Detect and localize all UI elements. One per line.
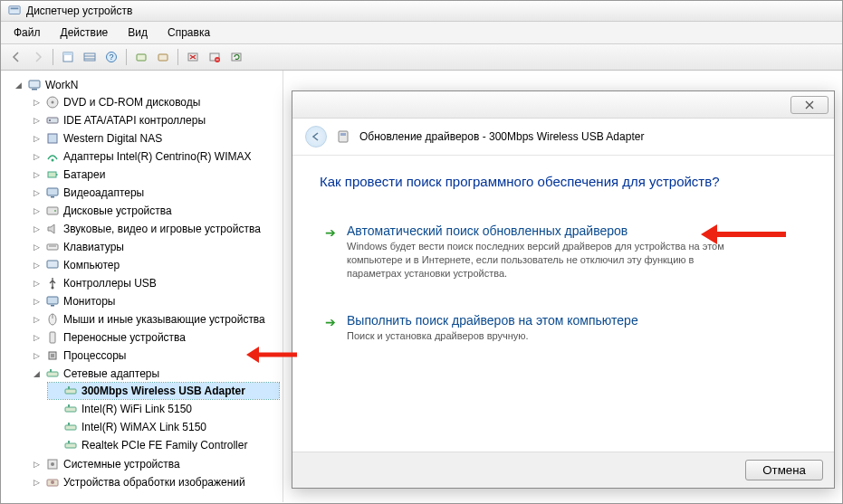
expand-icon[interactable]: ▷ <box>32 98 42 108</box>
svg-rect-44 <box>50 369 52 372</box>
svg-rect-30 <box>47 207 58 214</box>
tree-category[interactable]: ▷ Дисковые устройства <box>30 203 279 219</box>
tree-category[interactable]: ▷ Компьютер <box>30 257 279 273</box>
expand-icon[interactable]: ▷ <box>32 242 42 252</box>
toolbar-scan-icon[interactable] <box>131 47 151 67</box>
toolbar-separator <box>126 49 127 65</box>
expand-icon[interactable]: ▷ <box>32 351 42 361</box>
expand-icon[interactable]: ▷ <box>32 188 42 198</box>
expand-icon[interactable]: ▷ <box>32 134 42 144</box>
expand-icon[interactable]: ▷ <box>32 224 42 234</box>
toolbar-uninstall-icon[interactable] <box>183 47 203 67</box>
toolbar-back-icon[interactable] <box>6 47 26 67</box>
toolbar-forward-icon[interactable] <box>28 47 48 67</box>
svg-rect-19 <box>32 89 37 90</box>
tree-category[interactable]: ▷ Процессоры <box>30 347 279 364</box>
tree-category[interactable]: ▷ Мыши и иные указывающие устройства <box>30 311 279 328</box>
expand-icon[interactable]: ▷ <box>32 297 42 307</box>
svg-rect-42 <box>51 354 54 357</box>
expand-icon[interactable]: ▷ <box>32 460 42 470</box>
tree-category[interactable]: ▷ Видеоадаптеры <box>30 185 279 201</box>
tree-category[interactable]: ◢ Сетевые адаптеры <box>30 366 279 382</box>
tree-item-label: Батареи <box>63 168 105 181</box>
svg-rect-9 <box>137 54 146 61</box>
category-icon <box>45 457 60 471</box>
toolbar-help-icon[interactable]: ? <box>101 47 121 67</box>
expand-icon[interactable]: ▷ <box>32 261 42 271</box>
device-tree[interactable]: ◢ WorkN ▷ DVD и CD-ROM дисководы ▷ IDE A… <box>1 71 283 502</box>
cancel-button[interactable]: Отмена <box>745 460 823 480</box>
tree-item-label: Контроллеры USB <box>63 277 157 290</box>
tree-device[interactable]: Intel(R) WiFi Link 5150 <box>48 401 279 417</box>
toolbar-refresh-icon[interactable] <box>226 47 246 67</box>
expand-icon[interactable]: ▷ <box>32 279 42 289</box>
tree-category[interactable]: ▷ IDE ATA/ATAPI контроллеры <box>30 112 279 128</box>
toolbar-disable-icon[interactable] <box>205 47 225 67</box>
svg-rect-18 <box>29 81 40 88</box>
tree-category[interactable]: ▷ Звуковые, видео и игровые устройства <box>30 221 279 237</box>
svg-rect-51 <box>65 443 76 448</box>
tree-item-label: Звуковые, видео и игровые устройства <box>63 223 261 235</box>
svg-point-21 <box>52 101 54 104</box>
update-driver-dialog: Обновление драйверов - 300Mbps Wireless … <box>292 90 835 489</box>
tree-device-label: Intel(R) WiMAX Link 5150 <box>81 421 206 433</box>
option-auto-search[interactable]: ➔ Автоматический поиск обновленных драйв… <box>320 216 807 288</box>
close-button[interactable] <box>790 96 829 114</box>
expand-icon[interactable]: ▷ <box>32 478 42 488</box>
toolbar-separator <box>53 49 53 65</box>
tree-item-label: DVD и CD-ROM дисководы <box>63 96 200 109</box>
category-icon <box>45 95 60 109</box>
network-adapter-icon <box>63 384 78 398</box>
option-manual-search[interactable]: ➔ Выполнить поиск драйверов на этом комп… <box>320 306 807 350</box>
collapse-icon[interactable]: ◢ <box>14 81 24 90</box>
expand-icon[interactable]: ▷ <box>32 206 42 216</box>
tree-item-label: Адаптеры Intel(R) Centrino(R) WIMAX <box>63 150 252 163</box>
expand-icon[interactable]: ▷ <box>32 116 42 126</box>
tree-category[interactable]: ▷ Адаптеры Intel(R) Centrino(R) WIMAX <box>30 148 279 165</box>
tree-device[interactable]: Intel(R) WiMAX Link 5150 <box>48 419 279 435</box>
back-button[interactable] <box>305 126 327 147</box>
tree-category[interactable]: ▷ DVD и CD-ROM дисководы <box>30 94 279 110</box>
svg-point-35 <box>52 287 54 290</box>
menu-help[interactable]: Справка <box>158 24 219 42</box>
category-icon <box>45 149 60 164</box>
toolbar-properties-icon[interactable] <box>58 47 78 67</box>
svg-rect-40 <box>50 332 55 343</box>
svg-rect-50 <box>68 423 70 425</box>
arrow-right-icon: ➔ <box>325 315 336 343</box>
svg-rect-49 <box>65 425 76 430</box>
expand-icon[interactable]: ▷ <box>32 170 42 180</box>
expand-icon[interactable]: ▷ <box>32 152 42 162</box>
tree-category[interactable]: ▷ Батареи <box>30 166 279 183</box>
expand-icon[interactable]: ▷ <box>32 315 42 325</box>
tree-category[interactable]: ▷ Переносные устройства <box>30 329 279 346</box>
menu-file[interactable]: Файл <box>5 24 50 42</box>
tree-item-label: Устройства обработки изображений <box>63 476 245 489</box>
category-icon <box>45 131 60 146</box>
menu-action[interactable]: Действие <box>52 24 118 42</box>
tree-device[interactable]: Realtek PCIe FE Family Controller <box>48 437 279 453</box>
tree-root[interactable]: ◢ WorkN <box>12 77 279 93</box>
tree-category[interactable]: ▷ Клавиатуры <box>30 239 279 255</box>
menu-view[interactable]: Вид <box>119 24 157 42</box>
svg-rect-57 <box>339 131 348 142</box>
dialog-footer: Отмена <box>292 452 834 488</box>
svg-rect-46 <box>68 386 70 389</box>
tree-item-label: IDE ATA/ATAPI контроллеры <box>63 114 206 127</box>
collapse-icon[interactable]: ◢ <box>32 369 42 379</box>
tree-category[interactable]: ▷ Устройства обработки изображений <box>30 474 279 490</box>
svg-rect-52 <box>68 441 70 443</box>
toolbar-update-icon[interactable] <box>153 47 173 67</box>
svg-rect-1 <box>11 8 19 10</box>
tree-device[interactable]: 300Mbps Wireless USB Adapter <box>48 383 279 399</box>
tree-category[interactable]: ▷ Мониторы <box>30 293 279 309</box>
expand-icon[interactable]: ▷ <box>32 333 42 343</box>
tree-category[interactable]: ▷ Контроллеры USB <box>30 275 279 291</box>
tree-category[interactable]: ▷ Системные устройства <box>30 456 279 472</box>
toolbar-view-icon[interactable] <box>80 47 100 67</box>
tree-category[interactable]: ▷ Western Digital NAS <box>30 130 279 147</box>
network-adapter-icon <box>63 402 78 416</box>
category-icon <box>45 312 60 327</box>
svg-rect-23 <box>49 119 51 121</box>
svg-rect-32 <box>47 244 58 250</box>
